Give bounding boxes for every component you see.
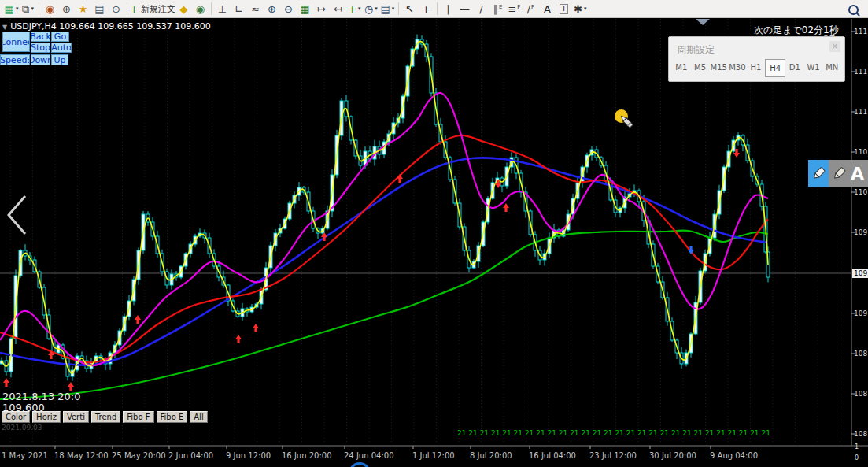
crosshair-icon: + — [422, 2, 430, 17]
all-button[interactable]: All — [190, 411, 207, 423]
market-watch-button[interactable]: ◉ — [42, 2, 58, 17]
candlestick-chart-button[interactable]: ∟ — [231, 2, 247, 17]
signal-arrow-up — [68, 382, 74, 391]
periods-button[interactable]: ◷▾ — [363, 2, 379, 17]
date-tick-label: 23 Jul 12:00 — [589, 451, 637, 460]
timeframe-h4-button[interactable]: H4 — [765, 59, 785, 77]
periods-icon: ◷ — [364, 2, 373, 17]
text-icon: A — [544, 2, 551, 17]
pencil-icon — [811, 166, 826, 180]
indicators-button[interactable]: +▾ — [346, 2, 363, 17]
stop-button[interactable]: Stop — [31, 43, 50, 53]
terminal-button[interactable]: ▤ — [91, 2, 108, 17]
chart-shift-icon: ↤ — [334, 2, 342, 17]
candlestick-chart-icon: ∟ — [235, 2, 243, 17]
close-icon[interactable]: × — [829, 41, 840, 52]
timeframe-m5-button[interactable]: M5 — [691, 59, 710, 77]
market-watch-icon: ◉ — [46, 2, 54, 17]
speed-up-button[interactable]: Up — [51, 54, 68, 65]
chevron-down-icon — [696, 19, 710, 25]
horiz-button[interactable]: Horiz — [32, 411, 61, 423]
arrows-button[interactable]: ✱▾ — [572, 2, 589, 17]
pencil-tool-button[interactable] — [808, 160, 829, 187]
price-tick-label: 108.90 — [854, 350, 867, 358]
zoom-out-button[interactable]: ⊖ — [280, 2, 297, 17]
timeframe-h1-button[interactable]: H1 — [747, 59, 766, 77]
text-label-icon: T — [560, 4, 569, 14]
fibo-e-button[interactable]: Fibo E — [157, 411, 188, 423]
auto-scroll-button[interactable]: ↦ — [313, 2, 330, 17]
date-tick-label: 8 Jul 20:00 — [470, 451, 512, 460]
sub-scale-label: 1 — [855, 443, 859, 450]
horizontal-line-button[interactable]: — — [456, 2, 473, 17]
chart-shift-button[interactable]: ↤ — [330, 2, 346, 17]
price-tick-label: 111.70 — [854, 28, 867, 35]
strategy-tester-button[interactable]: ⊙ — [108, 2, 124, 17]
text-label-button[interactable]: T — [556, 2, 572, 17]
toolbar-separator — [398, 2, 399, 15]
cursor-button[interactable]: ↖ — [401, 2, 418, 17]
autotrading-button[interactable]: ◉ — [192, 2, 209, 17]
chevron-down-icon: ▾ — [584, 2, 587, 17]
fibo-channel-button[interactable]: ∕F — [523, 2, 539, 17]
fibo-retracement-icon: ≡ — [508, 2, 516, 17]
signal-arrow-up — [253, 324, 259, 332]
new-chart-button[interactable]: ▦▾ — [3, 2, 20, 17]
price-tick-label: 111.35 — [854, 68, 867, 76]
drawing-buttons-row: ColorHorizVertiTrendFibo FFibo EAll — [2, 411, 208, 423]
timeframe-mn-button[interactable]: MN — [822, 59, 841, 77]
templates-button[interactable]: ▤▾ — [379, 2, 396, 17]
timeframe-m15-button[interactable]: M15 — [709, 59, 728, 77]
speed-down-button[interactable]: Down — [31, 54, 50, 65]
equidistant-channel-button[interactable]: ∥E — [489, 2, 506, 17]
toolbar-separator — [127, 2, 127, 15]
search-icon[interactable] — [845, 2, 862, 17]
date-tick-label: 18 May 12:00 — [54, 451, 109, 460]
zoom-in-button[interactable]: ⊕ — [264, 2, 280, 17]
price-tick-label: 109.25 — [854, 309, 867, 317]
timeframe-m1-button[interactable]: M1 — [672, 59, 691, 77]
metaeditor-button[interactable]: ◆ — [175, 2, 192, 17]
dialog-title: 周期設定 — [677, 43, 715, 57]
back-button[interactable]: Back — [31, 32, 50, 42]
signal-arrow-up — [397, 174, 403, 183]
auto-button[interactable]: Auto — [51, 43, 72, 53]
price-tick-label: 110.65 — [854, 148, 867, 156]
chevron-left-icon[interactable] — [3, 194, 30, 239]
connect-button[interactable]: Connec — [2, 32, 30, 52]
trendline-button[interactable]: / — [473, 2, 489, 17]
date-tick-label: 30 Jul 20:00 — [649, 451, 696, 460]
new-order-button[interactable]: +新規注文 — [130, 2, 175, 17]
fibo-retracement-button[interactable]: ≡F — [506, 2, 523, 17]
timeframe-d1-button[interactable]: D1 — [785, 59, 804, 77]
profiles-button[interactable]: ⧉▾ — [20, 2, 36, 17]
timeframe-m30-button[interactable]: M30 — [728, 59, 747, 77]
fibo-f-button[interactable]: Fibo F — [123, 411, 153, 423]
horizontal-line-icon: — — [460, 2, 470, 17]
timeframe-w1-button[interactable]: W1 — [804, 59, 823, 77]
data-window-button[interactable]: ⊕ — [58, 2, 75, 17]
trend-button[interactable]: Trend — [91, 411, 120, 423]
text-button[interactable]: A — [539, 2, 556, 17]
arrows-icon: ✱ — [574, 2, 582, 17]
triangle-down-icon: ▼ — [2, 24, 7, 31]
tile-windows-button[interactable]: ▦ — [297, 2, 313, 17]
go-button[interactable]: Go — [51, 32, 69, 42]
text-tool-button[interactable]: A — [851, 164, 864, 183]
chevron-down-icon: ▾ — [392, 2, 395, 17]
color-button[interactable]: Color — [2, 411, 30, 423]
vertical-line-button[interactable]: | — [440, 2, 456, 17]
bar-chart-button[interactable]: ⊥ — [214, 2, 231, 17]
line-chart-button[interactable]: ≈ — [247, 2, 264, 17]
marker-tool-button[interactable] — [829, 160, 849, 187]
navigator-icon: ★ — [79, 2, 88, 17]
verti-button[interactable]: Verti — [63, 411, 89, 423]
annotation-toolbar: A — [808, 160, 868, 187]
symbol-info: ▼USDJPY,H4 109.664 109.665 109.537 109.6… — [2, 21, 211, 32]
toolbar-separator — [211, 2, 212, 15]
line-chart-icon: ≈ — [251, 2, 260, 17]
chevron-down-icon: ▾ — [16, 2, 19, 17]
metaeditor-icon: ◆ — [179, 2, 187, 17]
navigator-button[interactable]: ★ — [75, 2, 91, 17]
crosshair-button[interactable]: + — [418, 2, 434, 17]
